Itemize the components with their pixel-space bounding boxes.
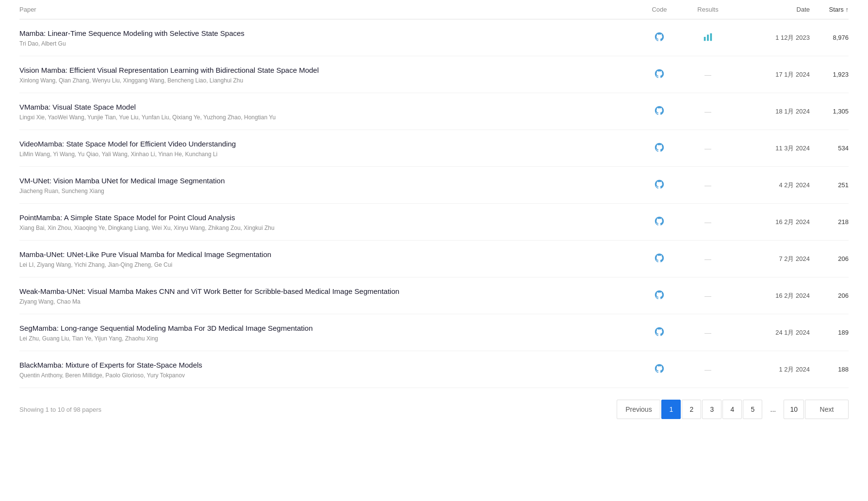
papers-list: Mamba: Linear-Time Sequence Modeling wit… bbox=[19, 19, 849, 388]
paper-authors: Xiang Bai, Xin Zhou, Xiaoqing Ye, Dingka… bbox=[19, 225, 635, 231]
page-1-button[interactable]: 1 bbox=[661, 400, 681, 419]
code-cell[interactable] bbox=[635, 32, 684, 44]
paper-title[interactable]: Weak-Mamba-UNet: Visual Mamba Makes CNN … bbox=[19, 286, 635, 296]
paper-title[interactable]: Mamba-UNet: UNet-Like Pure Visual Mamba … bbox=[19, 249, 635, 259]
stars-cell: 218 bbox=[810, 218, 849, 226]
date-cell: 7 2月 2024 bbox=[732, 255, 810, 263]
code-cell[interactable] bbox=[635, 105, 684, 117]
paper-title[interactable]: Vision Mamba: Efficient Visual Represent… bbox=[19, 65, 635, 75]
table-row: VM-UNet: Vision Mamba UNet for Medical I… bbox=[19, 167, 849, 204]
column-header-paper: Paper bbox=[19, 6, 635, 13]
column-header-date: Date bbox=[732, 6, 810, 13]
column-header-results: Results bbox=[684, 6, 732, 13]
date-cell: 24 1月 2024 bbox=[732, 328, 810, 337]
stars-cell: 206 bbox=[810, 292, 849, 299]
page-numbers: 12345...10 bbox=[661, 400, 804, 419]
date-cell: 4 2月 2024 bbox=[732, 181, 810, 190]
table-row: Weak-Mamba-UNet: Visual Mamba Makes CNN … bbox=[19, 277, 849, 314]
table-row: VMamba: Visual State Space Model Lingxi … bbox=[19, 93, 849, 130]
date-cell: 1 12月 2023 bbox=[732, 33, 810, 42]
date-cell: 16 2月 2024 bbox=[732, 218, 810, 226]
table-row: SegMamba: Long-range Sequential Modeling… bbox=[19, 314, 849, 351]
paper-title[interactable]: VMamba: Visual State Space Model bbox=[19, 102, 635, 112]
column-header-stars: Stars ↑ bbox=[810, 6, 849, 13]
paper-authors: LiMin Wang, Yi Wang, Yu Qiao, Yali Wang,… bbox=[19, 151, 635, 158]
stars-cell: 189 bbox=[810, 329, 849, 336]
code-cell[interactable] bbox=[635, 179, 684, 191]
page-10-button[interactable]: 10 bbox=[784, 400, 804, 419]
paper-authors: Lei LI, Ziyang Wang, Yichi Zhang, Jian-Q… bbox=[19, 261, 635, 268]
date-cell: 18 1月 2024 bbox=[732, 107, 810, 116]
paper-authors: Xinlong Wang, Qian Zhang, Wenyu Liu, Xin… bbox=[19, 77, 635, 84]
table-row: Mamba-UNet: UNet-Like Pure Visual Mamba … bbox=[19, 241, 849, 277]
stars-cell: 534 bbox=[810, 145, 849, 152]
results-cell: — bbox=[684, 218, 732, 226]
results-cell: — bbox=[684, 181, 732, 189]
stars-cell: 206 bbox=[810, 255, 849, 262]
date-cell: 11 3月 2024 bbox=[732, 144, 810, 153]
paper-title[interactable]: SegMamba: Long-range Sequential Modeling… bbox=[19, 323, 635, 333]
paper-authors: Lei Zhu, Guang Liu, Tian Ye, Yijun Yang,… bbox=[19, 335, 635, 342]
paper-authors: Quentin Anthony, Beren Millidge, Paolo G… bbox=[19, 372, 635, 379]
stars-cell: 251 bbox=[810, 181, 849, 189]
table-row: VideoMamba: State Space Model for Effici… bbox=[19, 130, 849, 167]
paper-title[interactable]: VideoMamba: State Space Model for Effici… bbox=[19, 139, 635, 149]
paper-info: VideoMamba: State Space Model for Effici… bbox=[19, 139, 635, 158]
code-cell[interactable] bbox=[635, 326, 684, 339]
code-cell[interactable] bbox=[635, 253, 684, 265]
table-row: BlackMamba: Mixture of Experts for State… bbox=[19, 351, 849, 388]
previous-button[interactable]: Previous bbox=[617, 400, 660, 419]
date-cell: 17 1月 2024 bbox=[732, 70, 810, 79]
paper-title[interactable]: PointMamba: A Simple State Space Model f… bbox=[19, 212, 635, 223]
paper-info: PointMamba: A Simple State Space Model f… bbox=[19, 212, 635, 231]
pagination-area: Showing 1 to 10 of 98 papers Previous 12… bbox=[19, 388, 849, 427]
svg-rect-1 bbox=[707, 34, 709, 41]
paper-info: Mamba-UNet: UNet-Like Pure Visual Mamba … bbox=[19, 249, 635, 268]
paper-title[interactable]: VM-UNet: Vision Mamba UNet for Medical I… bbox=[19, 176, 635, 186]
table-row: Mamba: Linear-Time Sequence Modeling wit… bbox=[19, 19, 849, 56]
results-cell: — bbox=[684, 292, 732, 300]
paper-authors: Tri Dao, Albert Gu bbox=[19, 40, 635, 47]
paper-info: VM-UNet: Vision Mamba UNet for Medical I… bbox=[19, 176, 635, 194]
page-4-button[interactable]: 4 bbox=[722, 400, 742, 419]
results-cell: — bbox=[684, 145, 732, 152]
code-cell[interactable] bbox=[635, 68, 684, 81]
page-5-button[interactable]: 5 bbox=[743, 400, 762, 419]
svg-rect-0 bbox=[704, 37, 706, 41]
paper-title[interactable]: BlackMamba: Mixture of Experts for State… bbox=[19, 360, 635, 370]
paper-info: Vision Mamba: Efficient Visual Represent… bbox=[19, 65, 635, 84]
page-ellipsis: ... bbox=[763, 400, 783, 419]
paper-info: Weak-Mamba-UNet: Visual Mamba Makes CNN … bbox=[19, 286, 635, 305]
paper-info: BlackMamba: Mixture of Experts for State… bbox=[19, 360, 635, 379]
paper-authors: Ziyang Wang, Chao Ma bbox=[19, 298, 635, 305]
stars-cell: 188 bbox=[810, 366, 849, 373]
stars-cell: 8,976 bbox=[810, 34, 849, 41]
page-3-button[interactable]: 3 bbox=[702, 400, 721, 419]
code-cell[interactable] bbox=[635, 290, 684, 302]
table-row: PointMamba: A Simple State Space Model f… bbox=[19, 204, 849, 241]
next-button[interactable]: Next bbox=[805, 400, 849, 419]
date-cell: 1 2月 2024 bbox=[732, 365, 810, 374]
paper-authors: Lingxi Xie, YaoWei Wang, Yunjie Tian, Yu… bbox=[19, 114, 635, 121]
date-cell: 16 2月 2024 bbox=[732, 291, 810, 300]
pagination-buttons: Previous 12345...10 Next bbox=[617, 400, 849, 419]
paper-info: Mamba: Linear-Time Sequence Modeling wit… bbox=[19, 28, 635, 47]
table-row: Vision Mamba: Efficient Visual Represent… bbox=[19, 56, 849, 93]
results-cell: — bbox=[684, 108, 732, 115]
paper-title[interactable]: Mamba: Linear-Time Sequence Modeling wit… bbox=[19, 28, 635, 38]
code-cell[interactable] bbox=[635, 142, 684, 154]
paper-info: VMamba: Visual State Space Model Lingxi … bbox=[19, 102, 635, 121]
code-cell[interactable] bbox=[635, 363, 684, 375]
stars-cell: 1,305 bbox=[810, 108, 849, 115]
results-cell: — bbox=[684, 255, 732, 263]
page-2-button[interactable]: 2 bbox=[682, 400, 701, 419]
paper-authors: Jiacheng Ruan, Suncheng Xiang bbox=[19, 188, 635, 194]
paper-info: SegMamba: Long-range Sequential Modeling… bbox=[19, 323, 635, 342]
results-cell: — bbox=[684, 71, 732, 79]
stars-cell: 1,923 bbox=[810, 71, 849, 78]
code-cell[interactable] bbox=[635, 216, 684, 228]
results-cell[interactable] bbox=[684, 32, 732, 44]
column-header-code: Code bbox=[635, 6, 684, 13]
svg-rect-2 bbox=[710, 33, 712, 41]
showing-text: Showing 1 to 10 of 98 papers bbox=[19, 406, 101, 413]
